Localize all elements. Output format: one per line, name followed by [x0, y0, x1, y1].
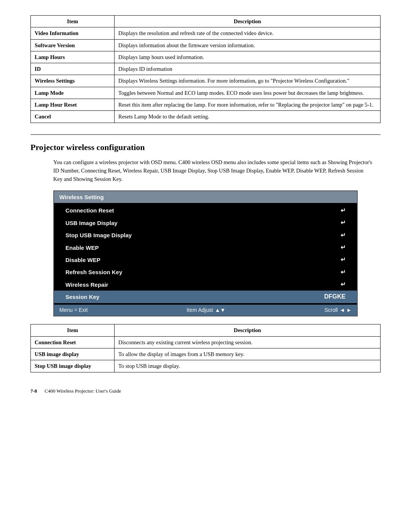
osd-footer-item-adjust: Item Adjust ▲▼: [186, 307, 225, 314]
table-cell-item: Lamp Mode: [31, 87, 115, 99]
table-cell-description: To allow the display of images from a US…: [115, 348, 381, 360]
osd-item-value: DFGKE: [324, 292, 346, 301]
osd-footer: Menu = Exit Item Adjust ▲▼ Scroll ◄ ►: [54, 305, 357, 316]
table-row: Software VersionDisplays information abo…: [31, 39, 381, 51]
osd-item-label: Enable WEP: [65, 244, 99, 252]
section-divider: [30, 134, 381, 135]
osd-menu-item: Session KeyDFGKE: [54, 291, 357, 303]
table-cell-item: Cancel: [31, 111, 115, 123]
osd-item-label: Connection Reset: [65, 206, 114, 214]
top-table-header-description: Description: [115, 16, 381, 27]
osd-item-label: Session Key: [65, 293, 99, 301]
table-row: Lamp HoursDisplays lamp hours used infor…: [31, 51, 381, 63]
osd-titlebar: Wireless Setting: [54, 191, 357, 203]
table-row: IDDisplays ID information: [31, 63, 381, 75]
table-row: Stop USB image displayTo stop USB image …: [31, 360, 381, 372]
osd-item-value: ↵: [341, 243, 346, 252]
osd-menu-item: Wireless Repair↵: [54, 278, 357, 291]
osd-screen: Wireless Setting Connection Reset↵USB Im…: [53, 190, 358, 317]
table-cell-item: Lamp Hours: [31, 51, 115, 63]
osd-menu-item: Enable WEP↵: [54, 241, 357, 254]
table-cell-description: Displays ID information: [115, 63, 381, 75]
osd-menu: Connection Reset↵USB Image Display↵Stop …: [54, 203, 357, 305]
table-row: Wireless SettingsDisplays Wireless Setti…: [31, 75, 381, 87]
table-cell-description: To stop USB image display.: [115, 360, 381, 372]
osd-item-label: Disable WEP: [65, 256, 100, 264]
table-cell-description: Displays information about the firmware …: [115, 39, 381, 51]
osd-item-value: ↵: [341, 256, 346, 264]
table-cell-item: Stop USB image display: [31, 360, 115, 372]
osd-footer-scroll-label: Scroll: [324, 307, 338, 314]
section-heading: Projector wireless configuration: [30, 142, 381, 153]
osd-menu-item: Disable WEP↵: [54, 254, 357, 266]
table-cell-description: Toggles between Normal and ECO lamp mode…: [115, 87, 381, 99]
osd-item-value: ↵: [341, 206, 346, 215]
osd-item-label: Stop USB Image Display: [65, 231, 132, 239]
osd-footer-item-adjust-label: Item Adjust: [186, 307, 213, 314]
top-info-table: Item Description Video InformationDispla…: [30, 15, 381, 123]
table-cell-item: ID: [31, 63, 115, 75]
table-row: Connection ResetDisconnects any existing…: [31, 336, 381, 348]
top-table-header-item: Item: [31, 16, 115, 27]
osd-item-label: Refresh Session Key: [65, 268, 122, 276]
bottom-info-table: Item Description Connection ResetDisconn…: [30, 324, 381, 372]
table-row: Lamp ModeToggles between Normal and ECO …: [31, 87, 381, 99]
table-cell-description: Disconnects any existing current wireles…: [115, 336, 381, 348]
osd-footer-menu-exit-label: Menu = Exit: [59, 307, 88, 314]
table-row: USB image displayTo allow the display of…: [31, 348, 381, 360]
intro-paragraph: You can configure a wireless projector w…: [53, 158, 373, 183]
osd-menu-item: USB Image Display↵: [54, 217, 357, 229]
osd-item-value: ↵: [341, 231, 346, 240]
osd-item-value: ↵: [341, 280, 346, 289]
page-footer: 7-8 C400 Wireless Projector: User's Guid…: [30, 388, 381, 395]
table-cell-item: USB image display: [31, 348, 115, 360]
table-cell-description: Displays the resolution and refresh rate…: [115, 27, 381, 39]
osd-menu-item: Refresh Session Key↵: [54, 266, 357, 278]
table-cell-description: Resets Lamp Mode to the default setting.: [115, 111, 381, 123]
table-cell-description: Displays Wireless Settings information. …: [115, 75, 381, 87]
table-row: CancelResets Lamp Mode to the default se…: [31, 111, 381, 123]
table-cell-item: Video Information: [31, 27, 115, 39]
osd-footer-scroll-arrows: ◄ ►: [339, 307, 352, 314]
osd-footer-menu-exit: Menu = Exit: [59, 307, 88, 314]
table-cell-item: Connection Reset: [31, 336, 115, 348]
table-cell-description: Displays lamp hours used information.: [115, 51, 381, 63]
osd-footer-scroll: Scroll ◄ ►: [324, 307, 352, 314]
bottom-table-header-description: Description: [115, 324, 381, 336]
osd-item-value: ↵: [341, 219, 346, 227]
table-cell-item: Lamp Hour Reset: [31, 99, 115, 111]
osd-footer-adjust-arrows: ▲▼: [215, 307, 226, 314]
table-cell-item: Wireless Settings: [31, 75, 115, 87]
table-cell-item: Software Version: [31, 39, 115, 51]
table-cell-description: Reset this item after replacing the lamp…: [115, 99, 381, 111]
page-number: 7-8: [30, 388, 37, 395]
table-row: Lamp Hour ResetReset this item after rep…: [31, 99, 381, 111]
osd-item-value: ↵: [341, 268, 346, 276]
bottom-table-header-item: Item: [31, 324, 115, 336]
osd-item-label: USB Image Display: [65, 219, 118, 227]
osd-menu-item: Stop USB Image Display↵: [54, 229, 357, 241]
osd-menu-item: Connection Reset↵: [54, 204, 357, 217]
osd-item-label: Wireless Repair: [65, 281, 108, 289]
table-row: Video InformationDisplays the resolution…: [31, 27, 381, 39]
page-footer-text: C400 Wireless Projector: User's Guide: [45, 388, 121, 395]
